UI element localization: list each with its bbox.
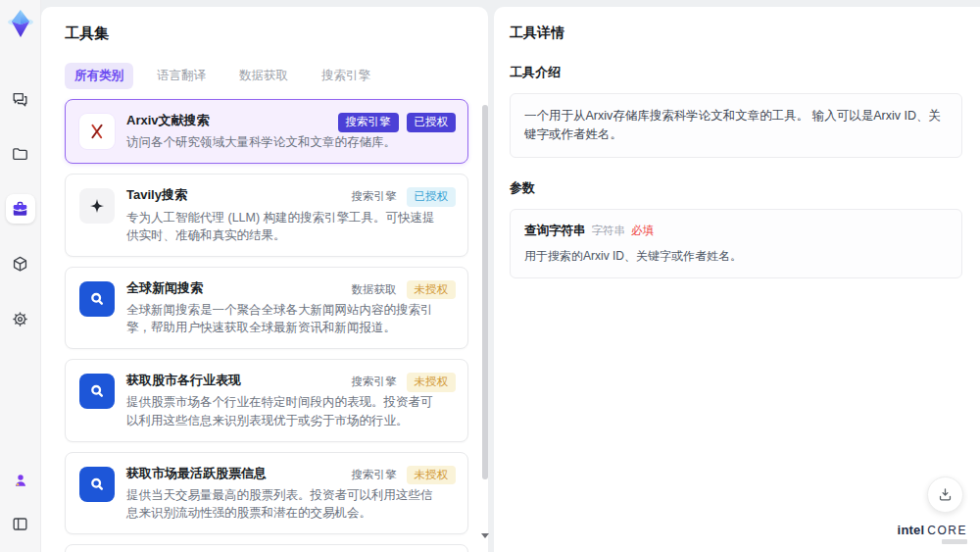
tool-name: 全球新闻搜索 [126,279,330,297]
category-badge: 数据获取 [350,280,399,300]
cube-icon[interactable] [6,249,35,278]
tool-card-tavily[interactable]: Tavily搜索 专为人工智能代理 (LLM) 构建的搜索引擎工具。可快速提供实… [65,174,468,256]
category-badge: 搜索引擎 [350,373,399,392]
intel-sub-mark [942,539,967,544]
tool-description: 提供股票市场各个行业在特定时间段内的表现。投资者可以利用这些信息来识别表现优于或… [126,393,442,428]
blue-search-icon [79,374,115,409]
tool-card-global-news[interactable]: 全球新闻搜索 全球新闻搜索是一个聚合全球各大新闻网站内容的搜索引擎，帮助用户快速… [65,267,468,349]
param-name: 查询字符串 [524,223,586,239]
tool-description: 全球新闻搜索是一个聚合全球各大新闻网站内容的搜索引擎，帮助用户快速获取全球最新资… [126,301,442,336]
sidebar [0,0,41,552]
blue-search-icon [79,281,115,317]
category-badge: 搜索引擎 [350,187,399,207]
list-scrollbar[interactable] [482,101,488,538]
page-title: 工具集 [65,25,488,43]
tool-name: 获取股市各行业表现 [126,372,330,389]
tool-description: 提供当天交易量最高的股票列表。投资者可以利用这些信息来识别流动性强的股票和潜在的… [126,486,442,522]
app-window: 工具集 所有类别 语言翻译 数据获取 搜索引擎 A [0,0,980,552]
tool-description: 专为人工智能代理 (LLM) 构建的搜索引擎工具。可快速提供实时、准确和真实的结… [126,209,442,244]
auth-badge: 未授权 [407,373,457,392]
param-required-badge: 必填 [631,224,654,238]
tab-all-categories[interactable]: 所有类别 [65,63,133,89]
tool-details-panel: 工具详情 工具介绍 一个用于从Arxiv存储库搜索科学论文和文章的工具。 输入可… [494,7,980,552]
tool-name: Arxiv文献搜索 [126,112,330,129]
chat-icon[interactable] [6,84,35,114]
scrollbar-down-arrow[interactable] [481,533,489,538]
intro-heading: 工具介绍 [510,64,962,81]
blue-search-icon [79,467,115,502]
params-heading: 参数 [510,179,962,197]
tavily-star-icon [79,188,115,224]
sidebar-nav [6,84,35,333]
auth-badge: 已授权 [407,113,457,132]
param-description: 用于搜索的Arxiv ID、关键字或作者姓名。 [524,248,948,265]
intro-text: 一个用于从Arxiv存储库搜索科学论文和文章的工具。 输入可以是Arxiv ID… [524,109,941,141]
tool-description: 访问各个研究领域大量科学论文和文章的存储库。 [126,133,442,151]
auth-badge: 已授权 [407,187,457,207]
content-area: 工具集 所有类别 语言翻译 数据获取 搜索引擎 A [41,0,980,552]
tool-name: Tavily搜索 [126,186,330,204]
panel-toggle-icon[interactable] [6,509,35,538]
intel-wordmark: intel [898,524,925,536]
details-title: 工具详情 [510,25,962,42]
param-item: 查询字符串 字符串 必填 用于搜索的Arxiv ID、关键字或作者姓名。 [510,209,962,278]
tools-panel: 工具集 所有类别 语言翻译 数据获取 搜索引擎 A [41,7,488,552]
user-icon[interactable] [6,466,35,495]
intro-box: 一个用于从Arxiv存储库搜索科学论文和文章的工具。 输入可以是Arxiv ID… [510,93,962,158]
toolbox-icon[interactable] [6,194,35,224]
tab-language-translation[interactable]: 语言翻译 [147,63,216,89]
folder-icon[interactable] [6,139,35,169]
sidebar-bottom [6,466,35,538]
tool-card-arxiv[interactable]: Arxiv文献搜索 访问各个研究领域大量科学论文和文章的存储库。 搜索引擎 已授… [65,99,468,164]
gear-icon[interactable] [6,304,35,333]
tab-search-engine[interactable]: 搜索引擎 [312,63,380,89]
category-badge: 搜索引擎 [338,113,399,132]
intel-core-logo: intel CORE [898,524,967,544]
tool-list: Arxiv文献搜索 访问各个研究领域大量科学论文和文章的存储库。 搜索引擎 已授… [65,99,474,538]
category-tabs: 所有类别 语言翻译 数据获取 搜索引擎 [65,63,488,89]
tool-card-sector-performance[interactable]: 获取股市各行业表现 提供股票市场各个行业在特定时间段内的表现。投资者可以利用这些… [65,359,468,441]
scrollbar-thumb[interactable] [482,105,488,479]
tab-data-fetch[interactable]: 数据获取 [229,63,298,89]
download-icon [937,486,954,503]
tool-card-active-stocks[interactable]: 获取市场最活跃股票信息 提供当天交易量最高的股票列表。投资者可以利用这些信息来识… [65,452,468,534]
download-button[interactable] [927,477,963,513]
core-wordmark: CORE [927,525,967,536]
auth-badge: 未授权 [407,466,457,485]
param-type: 字符串 [592,224,626,238]
tool-name: 获取市场最活跃股票信息 [126,465,330,482]
auth-badge: 未授权 [407,280,457,300]
app-logo-icon[interactable] [5,8,36,39]
category-badge: 搜索引擎 [350,466,399,485]
arxiv-icon [79,114,115,149]
tool-card-region-news[interactable]: 万维地区新闻查询 查询具体行政区划内的新闻，快速了解各地新闻动 搜索引擎 未授权 [65,544,468,552]
